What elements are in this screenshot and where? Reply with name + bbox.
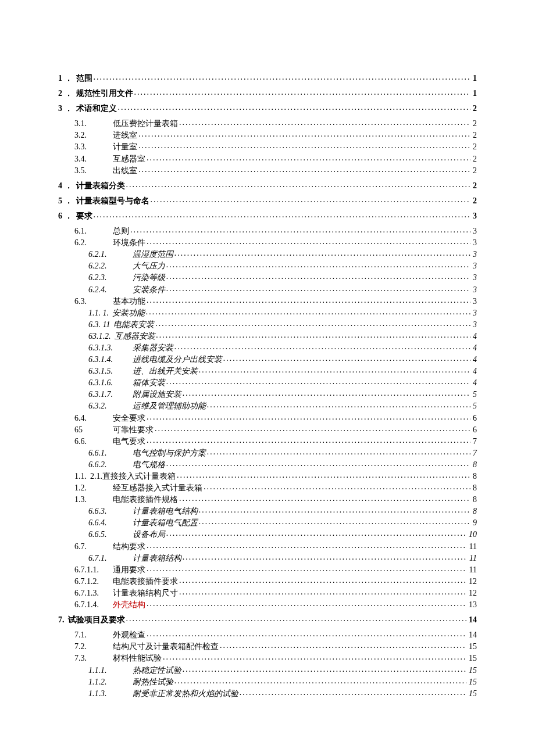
toc-page-number: 2 bbox=[470, 119, 477, 128]
toc-leader-dots bbox=[177, 471, 470, 479]
toc-title: 互感器安装 bbox=[115, 332, 156, 341]
toc-entry: 6.7.1.3.计量表箱结构尺寸12 bbox=[58, 587, 477, 598]
toc-number: 3.4. bbox=[74, 155, 113, 164]
toc-entry: 6.6.3.计量表箱电气结构8 bbox=[58, 506, 477, 516]
toc-entry: 1.1.2.耐热性试验15 bbox=[58, 676, 477, 687]
toc-page-number: 7 bbox=[470, 449, 477, 458]
toc-number: 7.2. bbox=[74, 642, 113, 651]
toc-entry: 6.3. 11电能表安装3 bbox=[58, 319, 477, 329]
toc-entry: 1.1.2.1.直接接入式计量表箱8 bbox=[58, 471, 477, 481]
toc-number: 6.6.2. bbox=[88, 460, 133, 470]
toc-number: 3.2. bbox=[74, 131, 113, 140]
toc-number: 6 ． bbox=[58, 212, 76, 221]
toc-page-number: 10 bbox=[466, 530, 477, 539]
toc-entry: 2 ．规范性引用文件1 bbox=[58, 88, 477, 98]
toc-title: 出线室 bbox=[113, 166, 138, 175]
toc-number: 1 ． bbox=[58, 74, 76, 83]
toc-leader-dots bbox=[199, 366, 470, 374]
toc-number: 6.2.4. bbox=[88, 285, 133, 295]
toc-entry: 6.7.1.2.电能表接插件要求12 bbox=[58, 576, 477, 586]
toc-entry: 1.1.1.热稳定性试验15 bbox=[58, 665, 477, 675]
toc-title: 热稳定性试验 bbox=[133, 666, 183, 675]
toc-leader-dots bbox=[147, 237, 470, 245]
toc-entry: 3.4.互感器室2 bbox=[58, 153, 477, 164]
toc-leader-dots bbox=[156, 331, 471, 339]
toc-leader-dots bbox=[138, 165, 470, 173]
toc-leader-dots bbox=[174, 676, 466, 685]
toc-entry: 6.6.4.计量表箱电气配置9 bbox=[58, 517, 477, 528]
toc-number: 1.1.3. bbox=[88, 689, 133, 698]
toc-page-number: 4 bbox=[470, 378, 477, 388]
toc-page-number: 2 bbox=[470, 196, 477, 206]
toc-page-number: 3 bbox=[470, 320, 477, 329]
toc-entry: 6.4.安全要求6 bbox=[58, 413, 477, 423]
toc-entry: 7.3.材料性能试验15 bbox=[58, 653, 477, 663]
toc-title: 经互感器接入式计量表箱 bbox=[113, 483, 204, 493]
toc-entry: 6.7.1.计量表箱结构11 bbox=[58, 553, 477, 563]
toc-number: 6.7.1.1. bbox=[74, 565, 113, 575]
toc-page-number: 11 bbox=[467, 565, 477, 575]
toc-title: 设备布局 bbox=[133, 530, 166, 539]
toc-entry: 6.3.1.4.进线电缆及分户出线安装4 bbox=[58, 354, 477, 364]
toc-page-number: 4 bbox=[470, 332, 477, 341]
toc-leader-dots bbox=[207, 400, 470, 409]
toc-number: 6.7.1.3. bbox=[74, 589, 113, 598]
toc-page-number: 11 bbox=[467, 542, 477, 551]
toc-title: 计量表箱结构 bbox=[133, 554, 183, 563]
toc-page-number: 5 bbox=[470, 390, 477, 399]
toc-title: 计量表箱型号与命名 bbox=[76, 196, 151, 206]
toc-entry: 3.5.出线室2 bbox=[58, 165, 477, 175]
toc-entry: 3.1.低压费控计量表箱2 bbox=[58, 118, 477, 128]
toc-leader-dots bbox=[155, 424, 470, 432]
toc-leader-dots bbox=[166, 377, 470, 385]
toc-entry: 1 ．范围1 bbox=[58, 73, 477, 83]
toc-page-number: 3 bbox=[470, 297, 477, 306]
toc-leader-dots bbox=[147, 413, 470, 421]
toc-page-number: 3 bbox=[470, 309, 477, 318]
toc-leader-dots bbox=[138, 141, 470, 149]
toc-leader-dots bbox=[147, 599, 466, 607]
toc-title: 外壳结构 bbox=[113, 600, 147, 610]
toc-page-number: 2 bbox=[470, 142, 477, 152]
toc-title: 箱体安装 bbox=[133, 378, 166, 388]
toc-number: 1.1. bbox=[74, 472, 90, 481]
toc-title: 电能表接插件规格 bbox=[113, 495, 179, 504]
toc-title: 进、出线开关安装 bbox=[133, 367, 199, 376]
toc-entry: 6.3.1.3.采集器安装4 bbox=[58, 342, 477, 353]
toc-page-number: 4 bbox=[470, 367, 477, 376]
toc-title: 进线室 bbox=[113, 131, 138, 140]
toc-leader-dots bbox=[163, 653, 466, 661]
toc-number: 6.6.4. bbox=[88, 518, 133, 528]
toc-leader-dots bbox=[179, 494, 470, 502]
toc-title: 环境条件 bbox=[113, 238, 147, 248]
toc-entry: 6.7.1.4.外壳结构13 bbox=[58, 599, 477, 610]
toc-title: 基本功能 bbox=[113, 297, 147, 306]
toc-number: 3.5. bbox=[74, 166, 113, 175]
toc-entry: 1.2.经互感器接入式计量表箱8 bbox=[58, 482, 477, 493]
toc-leader-dots bbox=[179, 576, 466, 584]
toc-title: 结构要求 bbox=[113, 542, 147, 551]
toc-number: 6.3. bbox=[74, 297, 113, 306]
toc-title: 计量室 bbox=[113, 142, 138, 152]
toc-number: 6.7.1. bbox=[88, 554, 133, 563]
toc-title: 规范性引用文件 bbox=[76, 89, 134, 98]
toc-entry: 6.7.结构要求11 bbox=[58, 541, 477, 551]
toc-leader-dots bbox=[147, 436, 470, 444]
toc-entry: 4 ．计量表箱分类2 bbox=[58, 180, 477, 191]
toc-number: 7.1. bbox=[74, 630, 113, 640]
toc-title: 结构尺寸及计量表箱配件检查 bbox=[113, 642, 220, 651]
toc-leader-dots bbox=[147, 564, 467, 572]
toc-number: 6.7.1.4. bbox=[74, 600, 113, 610]
toc-number: 5 ． bbox=[58, 196, 76, 206]
toc-page-number: 13 bbox=[466, 600, 477, 610]
toc-leader-dots bbox=[183, 553, 467, 561]
toc-page-number: 12 bbox=[466, 577, 477, 586]
toc-number: 3.1. bbox=[74, 119, 113, 128]
toc-page-number: 12 bbox=[466, 589, 477, 598]
toc-page-number: 15 bbox=[466, 689, 477, 698]
toc-page-number: 3 bbox=[470, 273, 477, 282]
toc-title: 电气要求 bbox=[113, 437, 147, 446]
toc-title: 计量表箱结构尺寸 bbox=[113, 589, 179, 598]
toc-entry: 6.2.1.温湿度范围3 bbox=[58, 249, 477, 259]
toc-leader-dots bbox=[240, 688, 466, 696]
